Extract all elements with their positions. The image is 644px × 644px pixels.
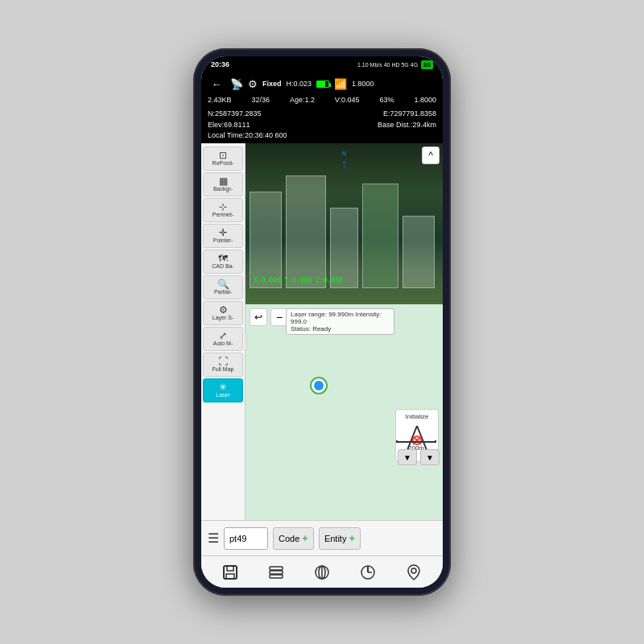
battery-badge: 80 bbox=[421, 60, 433, 69]
partial-label: Partial- bbox=[214, 289, 232, 295]
tool-pointer[interactable]: ✛ Pointer- bbox=[203, 224, 243, 248]
status-bar: 20:36 1.10 Mb/s 40 HD 5G 4G 80 bbox=[201, 56, 443, 72]
back-button[interactable]: ← bbox=[208, 75, 225, 93]
tool-auto-m[interactable]: ⤢ Auto M- bbox=[203, 327, 243, 351]
tool-layer-s[interactable]: ⚙ Layer S- bbox=[203, 301, 243, 325]
coords-row-3: Local Time:20:36:40 600 bbox=[208, 130, 436, 142]
last-val-2: 1.8000 bbox=[414, 96, 436, 104]
elev-coord: Elev:69.8111 bbox=[208, 120, 250, 131]
perimet-label: Perimet- bbox=[213, 212, 233, 217]
entity-button[interactable]: Entity + bbox=[319, 527, 361, 550]
cad-bg-icon: 🗺 bbox=[218, 254, 228, 263]
gps-subheader: 2.43KB 32/36 Age:1.2 V:0.045 63% 1.8000 bbox=[201, 95, 443, 106]
svg-rect-10 bbox=[270, 575, 283, 578]
undo-button[interactable]: ↩ bbox=[250, 308, 267, 326]
code-button[interactable]: Code + bbox=[273, 527, 314, 550]
status-right: 1.10 Mb/s 40 HD 5G 4G 80 bbox=[357, 60, 433, 69]
status-network: 1.10 Mb/s 40 HD 5G 4G bbox=[357, 62, 418, 68]
building-4 bbox=[362, 184, 398, 288]
tool-partial[interactable]: 🔍 Partial- bbox=[203, 275, 243, 299]
measure-nav-button[interactable] bbox=[356, 560, 380, 584]
pointer-icon: ✛ bbox=[219, 228, 227, 237]
building-1 bbox=[250, 192, 282, 288]
pt-input[interactable] bbox=[224, 527, 268, 550]
entity-label: Entity bbox=[324, 534, 347, 543]
coords-bar: N:2587397.2835 E:7297791.8358 Elev:69.81… bbox=[201, 106, 443, 143]
reposit-icon: ⊡ bbox=[219, 151, 227, 160]
building-2 bbox=[286, 175, 326, 288]
map-area[interactable]: X:0.000 Y:0.000 Z:0.000 ✕ N ↑ ^ ↩ bbox=[246, 143, 443, 521]
battery-icon bbox=[316, 80, 329, 88]
base-dist: Base Dist.:29.4km bbox=[378, 120, 436, 131]
camera-coords-text: X:0.000 Y:0.000 Z:0.000 bbox=[254, 277, 343, 284]
edit-icon bbox=[313, 564, 331, 581]
svg-rect-8 bbox=[270, 567, 283, 570]
reposit-label: RePosit- bbox=[213, 160, 234, 166]
e-coord: E:7297791.8358 bbox=[383, 109, 436, 120]
n-coord: N:2587397.2835 bbox=[208, 109, 262, 120]
laser-status: Status: Ready bbox=[291, 325, 390, 332]
data-rate: 2.43KB bbox=[208, 96, 232, 104]
age-label: Age:1.2 bbox=[290, 96, 315, 104]
map-up-button[interactable]: ^ bbox=[422, 147, 440, 164]
gps-marker bbox=[310, 377, 328, 394]
backgr-label: Backgr- bbox=[213, 186, 233, 192]
v-label: V:0.045 bbox=[335, 96, 360, 104]
building-3 bbox=[330, 208, 358, 288]
tool-backgr[interactable]: ▦ Backgr- bbox=[203, 172, 243, 196]
svg-point-17 bbox=[411, 568, 416, 573]
satellites: 32/36 bbox=[251, 96, 270, 104]
north-arrow-icon: ↑ bbox=[341, 157, 348, 171]
menu-icon-button[interactable]: ☰ bbox=[208, 530, 219, 546]
h-value: H:0.023 bbox=[287, 80, 312, 88]
coords-row-2: Elev:69.8111 Base Dist.:29.4km bbox=[208, 120, 436, 131]
north-arrow: N ↑ bbox=[341, 150, 348, 171]
chevron-right-button[interactable]: ▼ bbox=[420, 449, 440, 465]
code-label: Code bbox=[279, 534, 299, 543]
cad-bg-label: CAD Ba- bbox=[212, 263, 234, 269]
bottom-nav bbox=[201, 555, 443, 588]
tool-cad-bg[interactable]: 🗺 CAD Ba- bbox=[203, 250, 243, 274]
map-controls-top: ^ bbox=[422, 147, 440, 164]
initialize-label: Initialize bbox=[406, 413, 429, 420]
partial-icon: 🔍 bbox=[217, 279, 229, 289]
location-icon bbox=[405, 564, 423, 581]
full-map-label: Full Map bbox=[213, 366, 234, 372]
tool-full-map[interactable]: ⛶ Full Map bbox=[203, 353, 243, 377]
building-5 bbox=[402, 216, 435, 288]
phone-frame: 20:36 1.10 Mb/s 40 HD 5G 4G 80 ← 📡 ⚙ Fix… bbox=[193, 48, 451, 596]
laser-range: Laser range: 99.990m Intensity: 999.0 bbox=[291, 311, 390, 325]
local-time: Local Time:20:36:40 600 bbox=[208, 130, 287, 142]
tool-reposit[interactable]: ⊡ RePosit- bbox=[203, 147, 243, 171]
antenna-icon: 📶 bbox=[334, 78, 347, 90]
tool-laser[interactable]: ✳ Laser bbox=[203, 378, 243, 402]
save-nav-button[interactable] bbox=[218, 560, 242, 584]
phone-screen: 20:36 1.10 Mb/s 40 HD 5G 4G 80 ← 📡 ⚙ Fix… bbox=[201, 56, 443, 588]
auto-m-icon: ⤢ bbox=[219, 331, 227, 341]
edit-nav-button[interactable] bbox=[310, 560, 334, 584]
layers-nav-button[interactable] bbox=[264, 560, 288, 584]
marker-dot bbox=[310, 377, 328, 394]
fixed-label: Fixed bbox=[262, 80, 282, 88]
chevron-down-button[interactable]: ▼ bbox=[398, 449, 417, 465]
north-label: N bbox=[342, 150, 347, 157]
save-icon bbox=[221, 564, 239, 581]
left-toolbar: ⊡ RePosit- ▦ Backgr- ⊹ Perimet- ✛ Pointe… bbox=[201, 143, 246, 521]
gps-header: ← 📡 ⚙ Fixed H:0.023 📶 1.8000 bbox=[201, 72, 443, 95]
code-plus-icon: + bbox=[302, 532, 308, 544]
sidebar-collapse-button[interactable]: ‹ bbox=[246, 332, 247, 351]
layer-s-label: Layer S- bbox=[213, 315, 233, 320]
chevron-controls: ▼ ▼ bbox=[398, 449, 440, 465]
layer-s-icon: ⚙ bbox=[219, 305, 228, 315]
main-content: ⊡ RePosit- ▦ Backgr- ⊹ Perimet- ✛ Pointe… bbox=[201, 143, 443, 521]
scale-line bbox=[396, 440, 436, 443]
tool-perimet[interactable]: ⊹ Perimet- bbox=[203, 198, 243, 222]
last-value: 1.8000 bbox=[352, 80, 374, 88]
laser-info-panel: Laser range: 99.990m Intensity: 999.0 St… bbox=[286, 308, 394, 335]
entity-plus-icon: + bbox=[349, 532, 355, 544]
battery-pct: 63% bbox=[379, 96, 394, 104]
full-map-icon: ⛶ bbox=[218, 357, 228, 366]
location-nav-button[interactable] bbox=[402, 560, 426, 584]
perimet-icon: ⊹ bbox=[219, 202, 227, 212]
signal-icon: 📡 bbox=[230, 78, 243, 90]
